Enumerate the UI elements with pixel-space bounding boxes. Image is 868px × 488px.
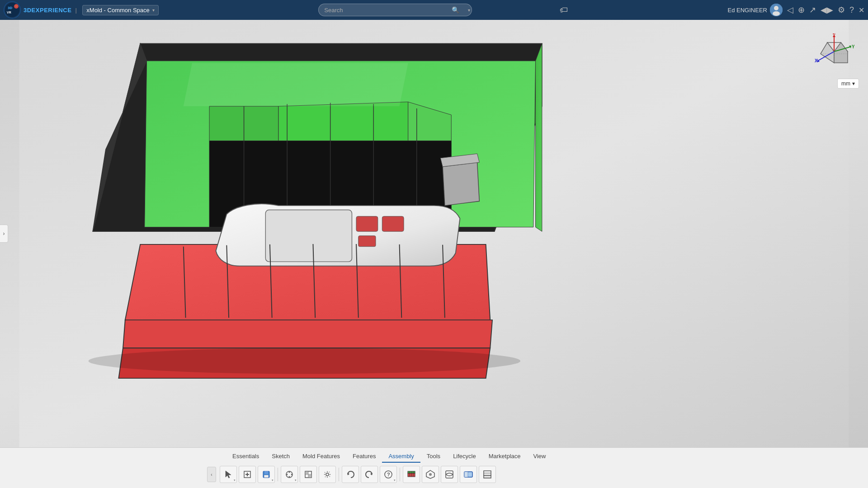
axis-indicator: Z Y X [814,33,854,74]
section-tool[interactable] [300,466,317,483]
svg-rect-61 [264,471,268,474]
svg-marker-18 [278,102,408,141]
tab-marketplace[interactable]: Marketplace [482,450,527,463]
svg-rect-32 [382,216,404,231]
separator-2 [339,468,339,481]
bookmark-icon[interactable]: 🏷 [560,5,568,15]
mold-tool-1[interactable] [403,466,420,483]
svg-text:X: X [815,58,818,63]
svg-point-8 [773,11,780,16]
svg-rect-79 [446,471,453,478]
svg-rect-65 [305,471,308,474]
svg-rect-31 [356,216,378,231]
icon-toolbar: ‹ ▾ ▾ [0,463,868,486]
tab-view[interactable]: View [527,450,552,463]
svg-rect-62 [264,475,269,478]
tab-lifecycle[interactable]: Lifecycle [447,450,482,463]
svg-rect-30 [265,210,352,262]
bottom-toolbar: Essentials Sketch Mold Features Features… [0,447,868,488]
share-icon[interactable]: ↗ [809,5,816,15]
svg-rect-66 [308,474,311,478]
svg-point-7 [774,6,778,10]
space-name: xMold - Common Space [86,7,149,14]
tab-essentials[interactable]: Essentials [226,450,265,463]
help-icon[interactable]: ? [849,5,854,15]
user-avatar[interactable] [770,4,783,16]
pointer-tool[interactable]: ▾ [220,466,237,483]
3d-scene [0,20,868,447]
unit-dropdown-icon: ▾ [852,80,855,87]
separator-3 [400,468,400,481]
save-tool[interactable]: ▾ [258,466,275,483]
mold-tool-5[interactable] [479,466,496,483]
tab-assembly[interactable]: Assembly [382,450,420,463]
svg-text:3D: 3D [8,6,12,10]
tab-bar: Essentials Sketch Mold Features Features… [0,448,868,463]
svg-point-78 [429,473,432,476]
svg-text:Z: Z [833,33,835,35]
left-panel-toggle[interactable]: › [0,225,8,243]
svg-marker-69 [370,473,372,475]
tab-tools[interactable]: Tools [420,450,447,463]
svg-text:VR: VR [7,11,11,14]
search-dropdown-button[interactable]: ▾ [468,8,470,13]
brand-logo: 3DEXPERIENCE | [24,7,80,14]
svg-point-41 [89,348,521,374]
viewport[interactable]: › Z Y X mm ▾ [0,20,868,447]
tab-mold-features[interactable]: Mold Features [296,450,346,463]
search-input[interactable] [318,4,472,16]
svg-marker-68 [348,473,349,475]
settings-tool[interactable] [319,466,336,483]
user-label: Ed ENGINEER [728,7,767,14]
separator-1 [278,468,278,481]
svg-rect-33 [359,236,376,247]
user-info: Ed ENGINEER [728,4,783,16]
svg-marker-27 [123,320,492,348]
svg-text:Y: Y [852,44,854,49]
unit-value: mm [841,80,850,87]
redo-tool[interactable] [361,466,378,483]
svg-text:?: ? [387,472,390,477]
tools-icon[interactable]: ⚙ [838,5,845,15]
insert-tool[interactable] [239,466,256,483]
transform-tool[interactable]: ▾ [281,466,298,483]
close-icon[interactable]: ✕ [859,6,864,14]
app-icon[interactable]: 3D VR [4,1,21,19]
mold-tool-3[interactable] [441,466,458,483]
svg-rect-83 [484,475,491,478]
tab-sketch[interactable]: Sketch [265,450,296,463]
mold-tool-4[interactable] [460,466,477,483]
undo-tool[interactable] [342,466,359,483]
space-chevron-icon: ▾ [152,8,155,13]
svg-point-67 [326,473,329,476]
notifications-icon[interactable]: ◁ [787,5,793,15]
svg-marker-25 [443,162,479,206]
toolbar-scroll-left[interactable]: ‹ [207,467,216,482]
help-tool[interactable]: ? ▾ [380,466,397,483]
tab-features[interactable]: Features [346,450,382,463]
space-selector[interactable]: xMold - Common Space ▾ [82,5,158,15]
collaborate-icon[interactable]: ◀▶ [821,5,833,15]
svg-marker-42 [184,63,408,107]
mold-tool-2[interactable] [422,466,439,483]
svg-marker-15 [536,44,542,232]
top-toolbar: 3D VR 3DEXPERIENCE | xMold - Common Spac… [0,0,868,20]
search-bar: 🔍 ▾ [318,4,472,16]
right-toolbar: Ed ENGINEER ◁ ⊕ ↗ ◀▶ ⚙ ? ✕ [728,4,864,16]
unit-selector[interactable]: mm ▾ [837,79,859,89]
svg-rect-81 [464,472,468,477]
search-button[interactable]: 🔍 [452,6,459,14]
add-icon[interactable]: ⊕ [798,5,805,15]
